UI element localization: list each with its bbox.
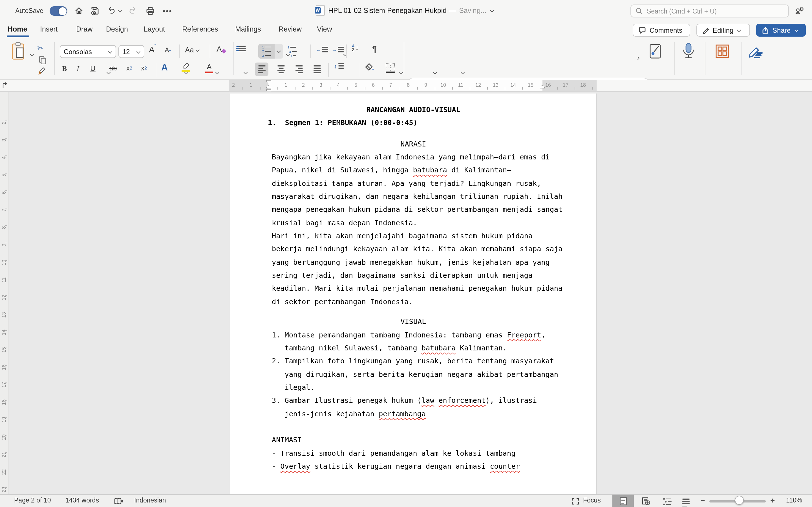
print-icon[interactable]: [145, 6, 155, 16]
shrink-font-button[interactable]: Aˇ: [165, 46, 171, 54]
align-left-button[interactable]: [255, 62, 268, 76]
tab-view[interactable]: View: [317, 25, 332, 33]
underline-button[interactable]: U: [90, 64, 96, 73]
tab-selector-icon[interactable]: [2, 82, 8, 89]
dictate-button[interactable]: [681, 42, 696, 60]
feedback-person-icon[interactable]: [794, 6, 804, 16]
autosave-label: AutoSave: [15, 7, 43, 14]
comments-button[interactable]: Comments: [633, 24, 690, 37]
zoom-slider-thumb[interactable]: [735, 496, 744, 505]
editing-chevron-icon: [737, 28, 741, 33]
font-size-select[interactable]: 12: [118, 45, 144, 58]
subscript-button[interactable]: x2: [126, 64, 132, 72]
title-chevron-icon[interactable]: [490, 8, 494, 13]
redo-icon[interactable]: [128, 6, 138, 16]
tab-references[interactable]: References: [182, 25, 218, 33]
more-commands-icon[interactable]: •••: [162, 6, 172, 16]
text-effects-button[interactable]: A: [161, 62, 168, 73]
focus-label[interactable]: Focus: [583, 497, 601, 504]
copy-icon[interactable]: [38, 56, 46, 64]
justify-button[interactable]: [310, 62, 324, 76]
web-layout-view-button[interactable]: [642, 497, 650, 505]
sort-button[interactable]: AZ ↓: [352, 44, 359, 52]
zoom-in-button[interactable]: +: [770, 496, 775, 505]
addins-button[interactable]: [715, 44, 730, 59]
document-line: Hari ini, kita akan menjelajahi bagaiman…: [272, 229, 555, 242]
undo-icon[interactable]: [106, 6, 116, 16]
font-color-chevron-icon[interactable]: [244, 70, 248, 75]
editor-button[interactable]: [748, 43, 765, 59]
document-line: tambang nikel Sulawesi, tambang batubara…: [272, 341, 555, 355]
autosave-toggle[interactable]: [50, 6, 67, 16]
line-spacing-button[interactable]: ↕: [334, 62, 344, 69]
left-indent-marker[interactable]: [266, 89, 271, 91]
print-layout-view-button[interactable]: [612, 495, 634, 507]
document-line: yang bertanggung jawab menegakkan hukum,…: [272, 256, 555, 269]
align-center-button[interactable]: [274, 62, 288, 76]
zoom-level-indicator[interactable]: 110%: [786, 497, 802, 504]
numbering-button[interactable]: 1 2 3: [258, 44, 283, 59]
search-input[interactable]: Search (Cmd + Ctrl + U): [630, 4, 789, 17]
highlight-color-bar: [182, 70, 190, 72]
document-line: 1. Montase pemandangan tambang Indonesia…: [272, 328, 555, 341]
editing-mode-button[interactable]: Editing: [696, 24, 750, 37]
format-painter-icon[interactable]: [37, 67, 46, 75]
borders-chevron-icon[interactable]: [460, 70, 465, 75]
change-case-button[interactable]: Aa: [185, 46, 200, 54]
superscript-button[interactable]: x2: [141, 64, 147, 72]
page-number-indicator[interactable]: Page 2 of 10: [14, 497, 51, 504]
styles-pane-button[interactable]: [647, 43, 663, 60]
bold-button[interactable]: B: [62, 64, 67, 73]
increase-indent-button[interactable]: →: [332, 47, 344, 52]
line-spacing-chevron-icon[interactable]: [399, 70, 403, 75]
clear-formatting-button[interactable]: A: [216, 45, 226, 54]
highlight-chevron-icon[interactable]: [215, 70, 220, 75]
align-right-button[interactable]: [292, 62, 306, 76]
document-title-area: W HPL 01-02 Sistem Penegakan Hukpid — Sa…: [316, 5, 494, 16]
outline-view-button[interactable]: [663, 498, 671, 505]
show-paragraph-marks-button[interactable]: ¶: [372, 44, 377, 54]
home-icon[interactable]: [74, 6, 84, 16]
italic-button[interactable]: I: [77, 64, 79, 73]
document-line: 3. Gambar Ilustrasi penegak hukum (law e…: [272, 394, 555, 407]
borders-button[interactable]: [386, 63, 395, 73]
zoom-out-button[interactable]: −: [700, 496, 705, 505]
tab-draw[interactable]: Draw: [76, 25, 93, 33]
share-icon: [761, 26, 769, 34]
strikethrough-button[interactable]: ab: [109, 64, 117, 72]
tab-design[interactable]: Design: [106, 25, 128, 33]
cut-icon[interactable]: ✂: [37, 43, 44, 52]
language-indicator[interactable]: Indonesian: [134, 497, 166, 504]
shading-chevron-icon[interactable]: [433, 70, 437, 75]
bullets-button[interactable]: [239, 46, 246, 51]
decrease-indent-button[interactable]: ←: [316, 47, 328, 52]
share-button[interactable]: Share: [756, 24, 806, 37]
highlight-button[interactable]: [182, 62, 190, 72]
multilevel-list-button[interactable]: 1 a i: [288, 46, 297, 57]
document-page[interactable]: RANCANGAN AUDIO-VISUAL1. Segmen 1: PEMBU…: [229, 94, 597, 494]
paste-chevron-icon[interactable]: [29, 52, 34, 57]
grow-font-button[interactable]: Aˆ: [149, 45, 156, 54]
font-name-select[interactable]: Consolas: [60, 45, 116, 58]
tab-insert[interactable]: Insert: [40, 25, 58, 33]
tab-home[interactable]: Home: [8, 25, 27, 33]
word-count-indicator[interactable]: 1434 words: [65, 497, 99, 504]
tab-layout[interactable]: Layout: [144, 25, 165, 33]
document-title: HPL 01-02 Sistem Penegakan Hukpid —: [328, 6, 456, 14]
shading-button[interactable]: [364, 62, 374, 72]
proofing-status-icon[interactable]: [114, 497, 123, 505]
font-color-button[interactable]: A: [205, 62, 213, 73]
styles-gallery-more-icon[interactable]: ›: [637, 54, 640, 62]
styles-pane-icon: [647, 43, 663, 60]
tab-review[interactable]: Review: [278, 25, 302, 33]
draft-view-button[interactable]: [682, 499, 690, 506]
tab-mailings[interactable]: Mailings: [235, 25, 261, 33]
paste-button[interactable]: [10, 42, 27, 61]
undo-chevron-icon[interactable]: [117, 6, 122, 16]
document-line: masyarakat dirugikan, dan negara kehilan…: [272, 190, 555, 203]
numbering-chevron-icon[interactable]: [274, 44, 283, 59]
multilevel-chevron-icon[interactable]: [343, 52, 348, 57]
change-case-chevron-icon: [196, 48, 200, 52]
save-icon[interactable]: [90, 6, 100, 16]
focus-icon[interactable]: [572, 498, 579, 505]
